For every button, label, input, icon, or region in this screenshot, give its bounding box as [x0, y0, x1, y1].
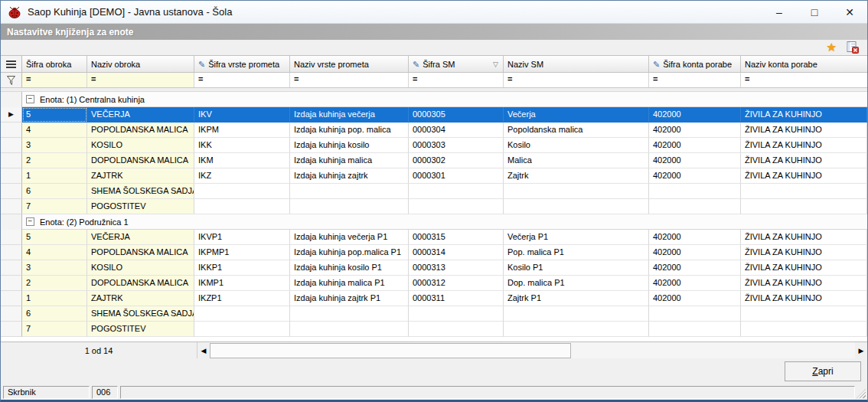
filter-cell-ifra-sm[interactable]: = — [409, 73, 504, 87]
filter-cell-naziv-konta-porabe[interactable]: = — [741, 73, 868, 87]
cell[interactable]: IKVP1 — [194, 230, 290, 245]
collapse-button[interactable]: − — [26, 95, 34, 103]
column-header-naziv-konta-porabe[interactable]: Naziv konta porabe — [741, 56, 868, 72]
cell[interactable]: 0000301 — [409, 168, 504, 184]
filter-cell-ifra-obroka[interactable]: = — [22, 73, 87, 87]
cell[interactable]: IKK — [194, 138, 290, 153]
cell[interactable]: Izdaja kuhinja malica P1 — [290, 276, 409, 291]
cell[interactable]: Izdaja kuhinja kosilo P1 — [290, 260, 409, 276]
scroll-left-button[interactable]: ◀ — [197, 342, 210, 358]
table-row[interactable]: 5VEČERJAIKVP1Izdaja kuhinja večerja P100… — [1, 230, 867, 245]
cell[interactable]: Kosilo P1 — [504, 260, 649, 276]
column-header-naziv-obroka[interactable]: Naziv obroka — [87, 56, 194, 72]
cell[interactable] — [409, 322, 504, 337]
cell[interactable] — [649, 199, 741, 214]
column-header-ifra-konta-porabe[interactable]: ✎Šifra konta porabe — [649, 56, 741, 72]
cell[interactable] — [504, 199, 649, 214]
cell[interactable] — [741, 199, 867, 214]
cell[interactable] — [194, 199, 290, 214]
cell[interactable] — [290, 199, 409, 214]
cell[interactable] — [504, 322, 649, 337]
table-row[interactable]: 7POGOSTITEV — [1, 322, 867, 337]
cell[interactable]: 6 — [22, 306, 87, 322]
cell[interactable]: VEČERJA — [87, 230, 194, 245]
cell[interactable]: Pop. malica P1 — [504, 245, 649, 260]
cell[interactable]: Malica — [504, 153, 649, 168]
cell[interactable]: IKPMP1 — [194, 245, 290, 260]
cell[interactable]: 402000 — [649, 153, 741, 168]
cell[interactable]: 0000313 — [409, 260, 504, 276]
cell[interactable]: 0000315 — [409, 230, 504, 245]
cell[interactable]: 5 — [22, 230, 87, 245]
cell[interactable] — [290, 184, 409, 199]
cell[interactable]: 4 — [22, 245, 87, 260]
cell[interactable]: 402000 — [649, 260, 741, 276]
cell[interactable]: ŽIVILA ZA KUHINJO — [741, 138, 867, 153]
cell[interactable]: 0000302 — [409, 153, 504, 168]
cell[interactable] — [290, 322, 409, 337]
cell[interactable]: 3 — [22, 138, 87, 153]
cell[interactable]: POGOSTITEV — [87, 322, 194, 337]
filter-cell-naziv-sm[interactable]: = — [504, 73, 649, 87]
cell[interactable]: ŽIVILA ZA KUHINJO — [741, 291, 867, 306]
cell[interactable]: 0000305 — [409, 107, 504, 123]
cell[interactable]: POPOLDANSKA MALICA — [87, 123, 194, 138]
cell[interactable]: Popoldanska malica — [504, 123, 649, 138]
cell[interactable]: Izdaja kuhinja večerja — [290, 107, 409, 123]
cell[interactable]: Izdaja kuhinja malica — [290, 153, 409, 168]
group-row[interactable]: −Enota: (2) Podružnica 1 — [1, 214, 867, 230]
cell[interactable]: 402000 — [649, 168, 741, 184]
cell[interactable]: ŽIVILA ZA KUHINJO — [741, 245, 867, 260]
column-header-ifra-obroka[interactable]: Šifra obroka — [22, 56, 87, 72]
cell[interactable]: 402000 — [649, 123, 741, 138]
cell[interactable]: IKZ — [194, 168, 290, 184]
column-header-naziv-vrste-prometa[interactable]: Naziv vrste prometa — [290, 56, 409, 72]
table-row[interactable]: 7POGOSTITEV — [1, 199, 867, 214]
cell[interactable] — [649, 184, 741, 199]
table-row[interactable]: 2DOPOLDANSKA MALICAIKMP1Izdaja kuhinja m… — [1, 276, 867, 291]
table-row[interactable]: 2DOPOLDANSKA MALICAIKMIzdaja kuhinja mal… — [1, 153, 867, 168]
cell[interactable]: 402000 — [649, 245, 741, 260]
cell[interactable] — [409, 306, 504, 322]
cell[interactable]: Izdaja kuhinja kosilo — [290, 138, 409, 153]
cell[interactable] — [741, 306, 867, 322]
cell[interactable]: IKM — [194, 153, 290, 168]
cell[interactable]: SHEMA ŠOLSKEGA SADJA — [87, 306, 194, 322]
favorite-star-icon[interactable]: ★ — [827, 42, 837, 53]
cell[interactable] — [649, 322, 741, 337]
filter-cell-naziv-vrste-prometa[interactable]: = — [290, 73, 409, 87]
horizontal-scrollbar[interactable]: ◀ ▶ — [197, 342, 867, 358]
cell[interactable]: 0000304 — [409, 123, 504, 138]
cell[interactable]: POPOLDANSKA MALICA — [87, 245, 194, 260]
table-row[interactable]: 3KOSILOIKKIzdaja kuhinja kosilo0000303Ko… — [1, 138, 867, 153]
cell[interactable]: 0000314 — [409, 245, 504, 260]
table-row[interactable]: 6SHEMA ŠOLSKEGA SADJA — [1, 306, 867, 322]
cell[interactable] — [290, 306, 409, 322]
cell[interactable]: VEČERJA — [87, 107, 194, 123]
scrollbar-thumb[interactable] — [210, 343, 571, 358]
table-row[interactable]: 1ZAJTRKIKZP1Izdaja kuhinja zajtrk P10000… — [1, 291, 867, 306]
filter-cell-naziv-obroka[interactable]: = — [87, 73, 194, 87]
cell[interactable] — [649, 306, 741, 322]
filter-cell-ifra-konta-porabe[interactable]: = — [649, 73, 741, 87]
cell[interactable]: DOPOLDANSKA MALICA — [87, 153, 194, 168]
cell[interactable]: IKV — [194, 107, 290, 123]
cell[interactable]: Izdaja kuhinja zajtrk P1 — [290, 291, 409, 306]
cell[interactable]: KOSILO — [87, 138, 194, 153]
cell[interactable]: Izdaja kuhinja večerja P1 — [290, 230, 409, 245]
minimize-button[interactable]: – — [762, 1, 797, 23]
cell[interactable]: Zajtrk P1 — [504, 291, 649, 306]
cell[interactable]: IKKP1 — [194, 260, 290, 276]
cell[interactable] — [741, 322, 867, 337]
cell[interactable]: ŽIVILA ZA KUHINJO — [741, 230, 867, 245]
cell[interactable]: 7 — [22, 322, 87, 337]
table-row[interactable]: 1ZAJTRKIKZIzdaja kuhinja zajtrk0000301Za… — [1, 168, 867, 184]
cell[interactable]: ŽIVILA ZA KUHINJO — [741, 123, 867, 138]
cell[interactable]: Kosilo — [504, 138, 649, 153]
close-form-button[interactable]: Zapri — [785, 361, 861, 381]
cell[interactable]: 0000311 — [409, 291, 504, 306]
cell[interactable]: 3 — [22, 260, 87, 276]
table-row[interactable]: ▶5VEČERJAIKVIzdaja kuhinja večerja000030… — [1, 107, 867, 123]
cell[interactable]: ŽIVILA ZA KUHINJO — [741, 276, 867, 291]
cell[interactable] — [504, 306, 649, 322]
